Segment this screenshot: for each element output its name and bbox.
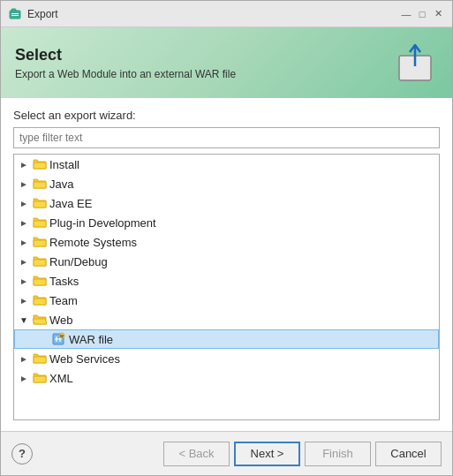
svg-rect-1 xyxy=(11,9,16,11)
folder-icon xyxy=(33,293,47,307)
tree-item-web[interactable]: ▼ Web xyxy=(14,310,439,329)
minimize-button[interactable]: ― xyxy=(399,7,413,21)
chevron-icon: ► xyxy=(18,275,30,287)
help-button[interactable]: ? xyxy=(11,443,33,465)
tree-item-javaee[interactable]: ► Java EE xyxy=(14,193,439,213)
folder-open-icon xyxy=(33,313,47,327)
svg-rect-3 xyxy=(11,15,19,16)
item-label: Team xyxy=(49,294,78,307)
finish-button[interactable]: Finish xyxy=(305,442,371,466)
tree-item-tasks[interactable]: ► Tasks xyxy=(14,271,439,291)
export-dialog: Export ― □ ✕ Select Export a Web Module … xyxy=(0,0,453,476)
svg-rect-2 xyxy=(11,13,19,14)
item-label: WAR file xyxy=(69,333,113,346)
folder-icon xyxy=(33,157,47,171)
folder-icon xyxy=(33,371,47,385)
tree-item-remote[interactable]: ► Remote Systems xyxy=(14,232,439,252)
footer-buttons: < Back Next > Finish Cancel xyxy=(163,442,442,466)
tree-item-webservices[interactable]: ► Web Services xyxy=(14,349,439,368)
item-label: Java EE xyxy=(49,197,92,210)
item-label: Run/Debug xyxy=(49,255,108,268)
tree-item-plugin[interactable]: ► Plug-in Development xyxy=(14,213,439,232)
maximize-button[interactable]: □ xyxy=(415,7,429,21)
chevron-down-icon: ▼ xyxy=(18,314,30,326)
tree-item-install[interactable]: ► Install xyxy=(14,155,439,174)
window-title: Export xyxy=(27,8,399,20)
folder-icon xyxy=(33,215,47,230)
chevron-icon: ► xyxy=(18,236,30,248)
wizard-label: Select an export wizard: xyxy=(13,109,440,122)
folder-icon xyxy=(33,196,47,210)
title-bar: Export ― □ ✕ xyxy=(1,1,452,27)
chevron-icon: ► xyxy=(18,372,30,384)
chevron-icon: ► xyxy=(18,294,30,306)
folder-icon xyxy=(33,177,47,191)
close-button[interactable]: ✕ xyxy=(431,7,445,21)
tree-item-warfile[interactable]: W WAR file xyxy=(14,329,439,349)
item-label: Web Services xyxy=(49,352,120,366)
footer: ? < Back Next > Finish Cancel xyxy=(1,431,452,475)
tree-container[interactable]: ► Install ► Java xyxy=(13,154,440,420)
export-icon xyxy=(392,40,438,86)
content-area: Select an export wizard: ► Install ► xyxy=(1,98,452,431)
back-button[interactable]: < Back xyxy=(163,442,230,466)
folder-icon xyxy=(33,235,47,249)
item-label: Install xyxy=(49,158,79,171)
filter-input[interactable] xyxy=(13,127,440,148)
chevron-icon: ► xyxy=(18,178,30,190)
item-label: Java xyxy=(49,178,73,191)
tree-item-rundebug[interactable]: ► Run/Debug xyxy=(14,252,439,271)
chevron-icon: ► xyxy=(18,216,30,229)
window-controls: ― □ ✕ xyxy=(399,7,445,21)
folder-icon xyxy=(33,274,47,288)
header-banner: Select Export a Web Module into an exter… xyxy=(1,27,452,98)
chevron-icon: ► xyxy=(18,255,30,268)
header-text: Select Export a Web Module into an exter… xyxy=(15,46,236,80)
tree-item-java[interactable]: ► Java xyxy=(14,174,439,193)
chevron-icon: ► xyxy=(18,352,30,365)
folder-icon xyxy=(33,254,47,268)
chevron-icon: ► xyxy=(18,158,30,170)
tree-item-xml[interactable]: ► XML xyxy=(14,368,439,388)
item-label: Plug-in Development xyxy=(49,216,156,230)
svg-text:W: W xyxy=(60,334,64,338)
cancel-button[interactable]: Cancel xyxy=(375,442,442,466)
page-title: Select xyxy=(15,46,236,64)
footer-left: ? xyxy=(11,443,33,465)
item-label: Web xyxy=(49,314,73,327)
folder-icon xyxy=(33,351,47,366)
next-button[interactable]: Next > xyxy=(234,442,300,466)
page-subtitle: Export a Web Module into an external WAR… xyxy=(15,68,236,80)
war-file-icon: W xyxy=(51,332,65,346)
item-label: Tasks xyxy=(49,275,79,288)
chevron-icon: ► xyxy=(18,197,30,209)
item-label: XML xyxy=(49,372,73,385)
tree-item-team[interactable]: ► Team xyxy=(14,291,439,310)
window-icon xyxy=(8,7,22,21)
item-label: Remote Systems xyxy=(49,236,137,249)
